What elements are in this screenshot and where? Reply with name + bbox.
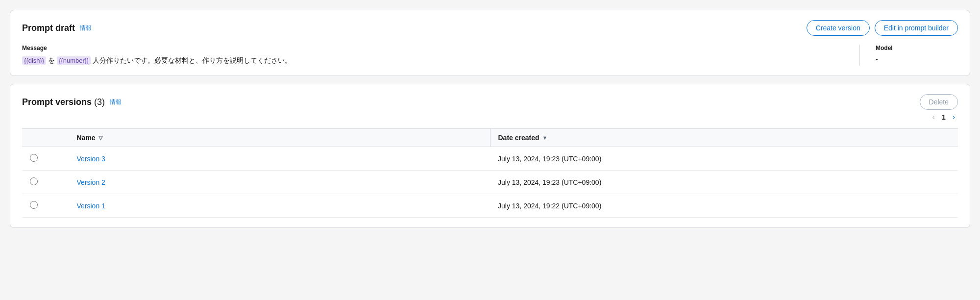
table-body: Version 3July 13, 2024, 19:23 (UTC+09:00… (22, 147, 958, 218)
message-label: Message (22, 45, 844, 51)
name-sort-icon[interactable]: ▽ (98, 135, 102, 141)
table-row: Version 2July 13, 2024, 19:23 (UTC+09:00… (22, 171, 958, 194)
table-header-row: Name ▽ Date created ▼ (22, 129, 958, 147)
table-row: Version 1July 13, 2024, 19:22 (UTC+09:00… (22, 194, 958, 218)
version-radio-input[interactable] (30, 154, 38, 162)
row-date-cell: July 13, 2024, 19:23 (UTC+09:00) (490, 171, 958, 194)
row-name-cell: Version 1 (69, 194, 490, 218)
prev-page-button[interactable]: ‹ (930, 112, 938, 123)
message-text-1: を (48, 56, 57, 64)
version-radio-input[interactable] (30, 177, 38, 185)
versions-title-row: Prompt versions (3) 情報 (22, 97, 122, 107)
draft-model-section: Model - (860, 45, 958, 66)
message-content: {{dish}} を {{number}} 人分作りたいです。必要な材料と、作り… (22, 55, 844, 66)
row-date-cell: July 13, 2024, 19:23 (UTC+09:00) (490, 147, 958, 171)
delete-button[interactable]: Delete (920, 94, 958, 110)
versions-table: Name ▽ Date created ▼ Version 3July 13, … (22, 128, 958, 218)
versions-info-link[interactable]: 情報 (110, 98, 122, 106)
draft-message-section: Message {{dish}} を {{number}} 人分作りたいです。必… (22, 45, 860, 66)
create-version-button[interactable]: Create version (807, 20, 870, 36)
versions-count: (3) (94, 97, 105, 107)
col-header-name[interactable]: Name ▽ (69, 129, 490, 147)
template-var-number: {{number}} (57, 56, 91, 65)
version-link[interactable]: Version 1 (77, 202, 105, 210)
row-radio-cell (22, 147, 69, 171)
model-value: - (876, 55, 958, 63)
draft-body: Message {{dish}} を {{number}} 人分作りたいです。必… (22, 45, 958, 66)
version-link[interactable]: Version 3 (77, 155, 105, 163)
row-radio-cell (22, 194, 69, 218)
next-page-button[interactable]: › (950, 112, 958, 123)
table-row: Version 3July 13, 2024, 19:23 (UTC+09:00… (22, 147, 958, 171)
versions-card: Prompt versions (3) 情報 Delete ‹ 1 › Name (10, 84, 970, 228)
draft-card: Prompt draft 情報 Create version Edit in p… (10, 10, 970, 76)
date-sort-icon[interactable]: ▼ (542, 135, 548, 141)
row-name-cell: Version 2 (69, 171, 490, 194)
draft-actions: Create version Edit in prompt builder (807, 20, 958, 36)
table-head: Name ▽ Date created ▼ (22, 129, 958, 147)
version-link[interactable]: Version 2 (77, 178, 105, 186)
versions-title-text: Prompt versions (22, 97, 92, 107)
versions-title: Prompt versions (3) (22, 97, 105, 107)
col-header-radio (22, 129, 69, 147)
page-container: Prompt draft 情報 Create version Edit in p… (10, 10, 970, 228)
version-radio-input[interactable] (30, 201, 38, 209)
versions-header: Prompt versions (3) 情報 Delete (22, 94, 958, 110)
pagination-row: ‹ 1 › (22, 112, 958, 123)
current-page: 1 (942, 113, 946, 121)
row-name-cell: Version 3 (69, 147, 490, 171)
row-radio-cell (22, 171, 69, 194)
model-label: Model (876, 45, 958, 51)
edit-in-builder-button[interactable]: Edit in prompt builder (875, 20, 958, 36)
col-header-date[interactable]: Date created ▼ (490, 129, 958, 147)
draft-title-row: Prompt draft 情報 (22, 23, 92, 33)
draft-info-link[interactable]: 情報 (80, 24, 92, 32)
draft-header: Prompt draft 情報 Create version Edit in p… (22, 20, 958, 36)
draft-title: Prompt draft (22, 23, 75, 33)
row-date-cell: July 13, 2024, 19:22 (UTC+09:00) (490, 194, 958, 218)
message-text-2: 人分作りたいです。必要な材料と、作り方を説明してください。 (93, 56, 292, 64)
template-var-dish: {{dish}} (22, 56, 46, 65)
